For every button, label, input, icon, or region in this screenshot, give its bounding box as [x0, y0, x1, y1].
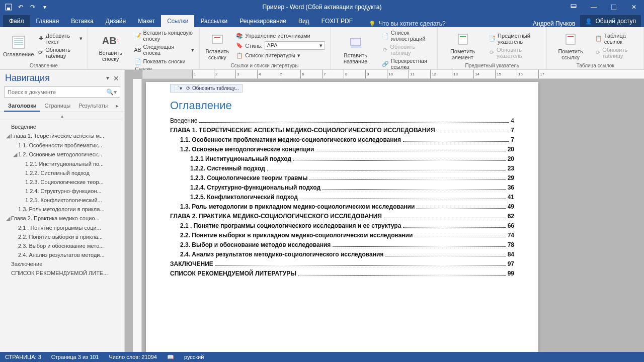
crossref-button[interactable]: 🔗Перекрестная ссылка [380, 57, 434, 70]
nav-tree-item[interactable]: 1.2.2. Системный подход [3, 168, 121, 177]
status-page-label[interactable]: СТРАНИЦА: 3 [5, 354, 41, 360]
toc-entry[interactable]: Введение4 [170, 117, 514, 124]
add-text-button[interactable]: ✚Добавить текст ▾ [36, 32, 85, 45]
minimize-button[interactable]: — [584, 0, 604, 14]
toc-button[interactable]: Оглавление [3, 29, 34, 62]
tab-review[interactable]: Рецензирование [233, 15, 292, 27]
nav-tree-item[interactable]: 2.2. Понятие выборки в прикла... [3, 232, 121, 241]
tell-me-input[interactable]: Что вы хотите сделать? [369, 20, 446, 27]
nav-tree-item[interactable]: 1.1. Особенности проблематик... [3, 141, 121, 150]
show-footnotes-button[interactable]: 📄Показать сноски [132, 57, 196, 65]
toc-entry[interactable]: СПИСОК РЕКОМЕНДУЕМОЙ ЛИТЕРАТУРЫ99 [170, 270, 514, 277]
tab-foxit[interactable]: FOXIT PDF [315, 15, 359, 27]
toc-entry[interactable]: 2.3. Выбор и обоснование методов исследо… [170, 241, 514, 248]
toc-entry[interactable]: ГЛАВА 2. ПРАКТИКА МЕДИКО-СОЦИОЛОГИЧЕСКОГ… [170, 213, 514, 220]
nav-tab-pages[interactable]: Страницы [40, 101, 74, 112]
nav-tree-item[interactable]: ◢Глава 2. Практика медико-социо... [3, 214, 121, 223]
nav-tree-item[interactable]: 2.1 . Понятие программы соци... [3, 223, 121, 232]
toc-entry[interactable]: 1.1. Особенности проблематики медико-соц… [170, 136, 514, 143]
nav-tree-item[interactable]: 1.3. Роль методологии в прикла... [3, 205, 121, 214]
toc-entry[interactable]: 1.2.3. Социологические теории травмы29 [170, 174, 514, 182]
navpane-close-icon[interactable]: ✕ [113, 74, 119, 82]
nav-collapse-icon[interactable]: ▴ [0, 112, 124, 120]
ribbon-options-icon[interactable] [564, 0, 584, 14]
nav-search-box[interactable]: 🔍▾ [4, 86, 120, 98]
mark-citation-button[interactable]: Пометить ссылку [550, 29, 591, 62]
manage-sources-button[interactable]: 📚Управление источниками [234, 32, 327, 40]
status-word-count[interactable]: Число слов: 21094 [109, 354, 156, 360]
update-ta-button[interactable]: ⟳Обновить таблицу [593, 46, 640, 59]
insert-citation-button[interactable]: Вставить ссылку [203, 29, 232, 62]
toc-entry[interactable]: 1.2.5. Конфликтологический подход41 [170, 194, 514, 201]
bibliography-button[interactable]: 📋Список литературы ▾ [234, 51, 327, 59]
qat-more-icon[interactable]: ▾ [40, 3, 49, 12]
nav-tree-item[interactable]: 1.2.1 Институциональный по... [3, 159, 121, 168]
nav-tree-item[interactable]: 1.2.3. Социологические теор... [3, 177, 121, 187]
tab-layout[interactable]: Макет [132, 15, 161, 27]
nav-tree-item[interactable]: 1.2.4. Структурно-функцион... [3, 187, 121, 196]
toc-entry[interactable]: 1.2.4. Структурно-функциональный подход3… [170, 184, 514, 191]
user-name[interactable]: Андрей Пучков [528, 20, 580, 27]
status-proofing-icon[interactable]: 📖 [167, 354, 174, 360]
maximize-button[interactable] [604, 0, 624, 14]
insert-index-button[interactable]: 📑Предметный указатель [487, 32, 544, 45]
nav-tree-item[interactable]: Введение [3, 122, 121, 131]
toc-entry[interactable]: 2.4. Анализ результатов методико-социоло… [170, 251, 514, 258]
insert-endnote-button[interactable]: 📝Вставить концевую сноску [132, 29, 196, 42]
undo-icon[interactable]: ↶ [16, 3, 25, 12]
status-page-of[interactable]: Страница 3 из 101 [51, 354, 99, 360]
tab-design[interactable]: Дизайн [100, 15, 132, 27]
table-auth-button[interactable]: 📋Таблица ссылок [593, 32, 640, 45]
tab-file[interactable]: Файл [3, 15, 30, 27]
search-icon[interactable]: 🔍 [106, 88, 114, 96]
vertical-ruler[interactable] [133, 79, 142, 352]
toc-entry[interactable]: 1.2. Основные методологические концепции… [170, 146, 514, 153]
navpane-dropdown-icon[interactable]: ▾ [106, 74, 109, 82]
insert-caption-button[interactable]: Вставить название [334, 29, 378, 70]
update-figlist-button[interactable]: ⟳Обновить таблицу [380, 43, 434, 56]
nav-tab-headings[interactable]: Заголовки [4, 101, 40, 112]
status-language[interactable]: русский [184, 354, 204, 360]
nav-tree-item[interactable]: 2.4. Анализ результатов методи... [3, 250, 121, 259]
tab-home[interactable]: Главная [30, 15, 65, 27]
toc-entry[interactable]: 1.2.1 Институциональный подход20 [170, 155, 514, 162]
next-footnote-button[interactable]: ABСледующая сноска ▾ [132, 43, 196, 56]
tab-mailings[interactable]: Рассылки [194, 15, 233, 27]
insert-footnote-button[interactable]: АВ1 Вставить сноску [91, 29, 130, 65]
nav-search-input[interactable] [8, 89, 106, 95]
close-button[interactable]: ✕ [624, 0, 644, 14]
save-icon[interactable] [4, 3, 13, 12]
nav-tree-item[interactable]: ◢1.2. Основные методологическ... [3, 150, 121, 159]
nav-tree-item[interactable]: 2.3. Выбор и обоснование мето... [3, 241, 121, 250]
update-toc-button[interactable]: ⟳Обновить таблицу [36, 46, 85, 59]
insert-figlist-button[interactable]: 📄Список иллюстраций [380, 29, 434, 42]
tab-references[interactable]: Ссылки [161, 15, 194, 27]
toc-field-dropdown-icon[interactable]: 📄▾ [174, 85, 182, 91]
nav-tree-item[interactable]: ◢Глава 1. Теоретические аспекты м... [3, 131, 121, 141]
nav-tree-item[interactable]: Заключение [3, 259, 121, 268]
toc-entry[interactable]: ЗАКЛЮЧЕНИЕ97 [170, 260, 514, 267]
mark-cite-icon [562, 31, 579, 47]
update-index-button[interactable]: ⟳Обновить указатель [487, 46, 544, 59]
endnote-icon: 📝 [134, 32, 141, 39]
toc-entry[interactable]: 2.2. Понятие выборки в прикладном медико… [170, 232, 514, 239]
svg-rect-15 [460, 36, 466, 37]
mark-entry-button[interactable]: Пометить элемент [441, 29, 485, 62]
nav-tree-item[interactable]: 1.2.5. Конфликтологический... [3, 196, 121, 205]
share-button[interactable]: Общий доступ [580, 15, 641, 27]
nav-tree-item[interactable]: СПИСОК РЕКОМЕНДУЕМОЙ ЛИТЕ... [3, 268, 121, 278]
horizontal-ruler[interactable]: 1234567891011121314151617 [142, 70, 644, 79]
tab-insert[interactable]: Вставка [65, 15, 100, 27]
toc-field-controls[interactable]: 📄▾ ⟳Обновить таблицу... [170, 84, 243, 93]
nav-tab-more-icon[interactable]: ▸ [112, 101, 123, 112]
toc-entry[interactable]: 1.3. Роль методологии в прикладном медик… [170, 203, 514, 210]
toc-update-icon[interactable]: ⟳ [186, 85, 190, 91]
nav-tab-results[interactable]: Результаты [74, 101, 112, 112]
toc-entry[interactable]: 1.2.2. Системный подход23 [170, 165, 514, 172]
document-page[interactable]: 📄▾ ⟳Обновить таблицу... Оглавление Введе… [146, 82, 538, 352]
style-select[interactable]: 🔖Стиль: APA▾ [234, 41, 327, 50]
toc-entry[interactable]: ГЛАВА 1. ТЕОРЕТИЧЕСКИЕ АСПЕКТЫ МЕДИКО-СО… [170, 127, 514, 134]
redo-icon[interactable]: ↷ [28, 3, 37, 12]
toc-entry[interactable]: 2.1 . Понятие программы социологического… [170, 222, 514, 229]
tab-view[interactable]: Вид [292, 15, 315, 27]
